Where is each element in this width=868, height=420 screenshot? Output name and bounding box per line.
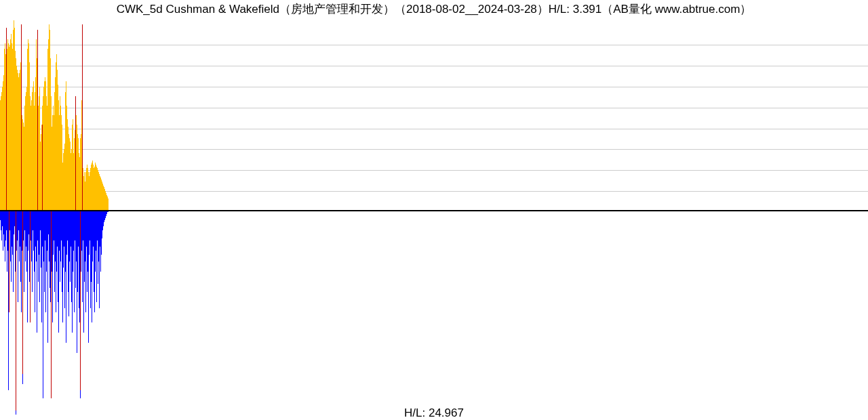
marker-bar (21, 24, 22, 210)
chart-area (0, 20, 868, 400)
marker-bar (9, 210, 9, 312)
marker-bar (51, 210, 52, 398)
price-bar (108, 198, 108, 210)
upper-pane (0, 20, 868, 210)
marker-bar (30, 210, 31, 322)
marker-bar (75, 96, 76, 210)
chart-title: CWK_5d Cushman & Wakefield（房地产管理和开发）（201… (0, 1, 868, 17)
marker-bar (80, 210, 81, 390)
marker-bar (16, 210, 16, 411)
lower-pane (0, 210, 868, 415)
marker-bar (82, 24, 83, 210)
marker-bar (22, 210, 23, 374)
marker-bar (37, 30, 38, 210)
baseline (0, 210, 868, 211)
footer-text: H/L: 24.967 (0, 406, 868, 420)
marker-bar (6, 28, 7, 210)
marker-bar (42, 125, 43, 210)
